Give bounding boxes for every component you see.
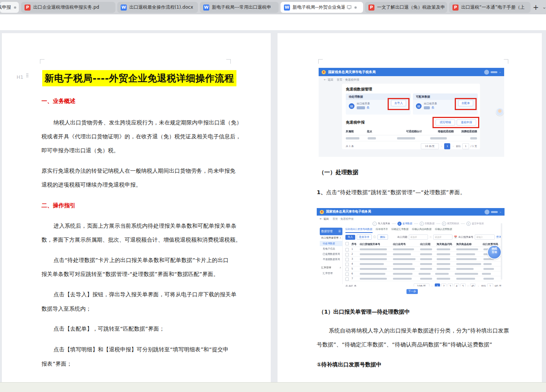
- column-header: 增值税退税额: [422, 130, 454, 133]
- next-page-icon: ›: [478, 285, 479, 286]
- document-tab[interactable]: P 一文了解出口退（免）税政策及申: [365, 2, 447, 13]
- sidebar-group: 出口报关单管理∧: [320, 235, 342, 241]
- tab-list-chevron-icon[interactable]: ⌄: [542, 4, 546, 10]
- body-line: 点击【填写明细】和【退税申报】可分别跳转至“填写明细表”和“提交申: [54, 346, 229, 353]
- back-arrow-icon: ←: [324, 78, 327, 81]
- national-emblem-icon: [322, 70, 326, 74]
- step-pending: 4填写明细表: [442, 222, 460, 226]
- document-canvas: H1 新电子税局----外贸企业免退税详细操作流程 一、业务概述 纳税人出口货物…: [0, 30, 546, 382]
- next-step-button: 下一步: [406, 289, 418, 294]
- category-tab: 待确认运费数据: [435, 228, 452, 233]
- pdf-file-icon: P: [25, 5, 31, 11]
- annotation-red-box: 填写明细 退税申报: [433, 117, 479, 128]
- document-tab[interactable]: W 出口退税最全操作流程(1).docx: [117, 2, 198, 13]
- total-count: 共 1 条: [346, 145, 354, 148]
- scrollbar: [501, 223, 502, 280]
- page-size-select: 10 条/页: [421, 143, 439, 149]
- declaration-no-input: 请输入: [475, 234, 495, 240]
- tab-title: 新电子税局---常用出口退税申: [212, 4, 271, 11]
- step-number: 1、: [317, 189, 326, 195]
- page-number: 2: [441, 283, 446, 286]
- document-tab-active[interactable]: W 新电子税局--外贸企业免退: [281, 2, 363, 13]
- document-tab[interactable]: 线申报: [0, 2, 19, 13]
- step-done: ✓导入报关单: [373, 222, 390, 226]
- heading-level-badge: H1: [17, 74, 23, 80]
- goto-page-input: 1: [487, 283, 493, 286]
- card-item-label: 出口报关单: [424, 102, 437, 106]
- page-number: 45: [470, 283, 475, 286]
- prev-page-icon: ‹: [432, 285, 433, 286]
- portal-title: 国家税务总局天津市电子税务局: [328, 70, 376, 75]
- drag-handle-icon[interactable]: [26, 74, 29, 78]
- table-header-row: 序号 出口货物报关单号 出口合同号 出口日期 海关商品代码 海关商品名称 出口发…: [345, 242, 502, 247]
- delete-button: 删除: [377, 234, 388, 240]
- body-line: 原实行免退税办法的转登记纳税人在一般纳税人期间出口货物劳务，尚未申报免: [41, 167, 236, 175]
- goto-suffix: / 1 页: [471, 145, 477, 148]
- margin-mark: [226, 59, 231, 64]
- margin-mark: [318, 59, 323, 64]
- step-indicator: ✓导入报关单 2处理数据 3匹配数据 4填写明细表 5提交申报表: [373, 222, 484, 226]
- subsection-heading: （一）处理数据: [319, 169, 358, 176]
- batch-fill-button: 批量补录: [357, 234, 372, 240]
- declaration-doc-icon: ▤: [349, 103, 354, 109]
- body-line: 纳税人出口货物劳务、发生跨境应税行为，未在规定期限内申报出口退（免）: [54, 119, 242, 126]
- word-file-icon: W: [121, 5, 127, 11]
- portal-panel: 免退税数据管理 待处理数据 ▤ 出口报关单 条 去导入 可配单数据 ▤ 出口报关…: [342, 84, 480, 149]
- column-header: 消费税退税额: [454, 130, 477, 133]
- portal-sidebar: 数据管理☰ 出口报关单管理∧ 待处理数据 无电子信息 已使用数据查询 不退税数据…: [320, 228, 343, 284]
- annotation-red-box: 去配单: [455, 98, 477, 110]
- body-line: 点击“待处理数据”卡片上的出口报关单条数和可配单数据”卡片上的出口: [54, 257, 229, 264]
- margin-mark: [40, 59, 44, 64]
- national-emblem-icon: [320, 210, 324, 214]
- document-tab[interactable]: P 出口企业退税增值税申报实务.pd: [21, 2, 115, 13]
- redacted-text: [470, 137, 477, 139]
- import-button: 导入: [345, 235, 355, 240]
- declaration-doc-icon: ▤: [416, 103, 422, 109]
- select-all-checkbox: [345, 242, 351, 246]
- step-check-icon: ✓: [373, 222, 377, 226]
- subsection-heading: ①待补填出口发票号数据中: [317, 361, 382, 368]
- column-header: 可退税额合计: [389, 130, 422, 133]
- tab-title: 出口退税“一本通”电子手册（上: [461, 4, 525, 11]
- avatar: [484, 70, 489, 75]
- step-number-icon: 5: [466, 222, 471, 226]
- filter-label: 出口报关单号: [459, 236, 473, 239]
- avatar: [485, 210, 489, 214]
- step-connector: [414, 224, 418, 224]
- annotation-red-box: 去导入: [388, 98, 410, 110]
- body-line: 点击【去配单】，可跳转至“匹配数据”界面；: [54, 325, 165, 332]
- mascot-label: 纳税互动: [491, 247, 497, 254]
- new-tab-button[interactable]: +: [533, 3, 539, 11]
- sidebar-item: 已使用数据查询: [320, 251, 342, 257]
- fill-detail-button: 填写明细: [436, 119, 455, 126]
- date-from-input: 请选择: [409, 234, 428, 240]
- step-connector: [436, 224, 440, 224]
- sidebar-item: 汇率管理: [320, 271, 342, 276]
- body-line: 数，界面下方展示所属期、批次、可退税额合计、增值税退税额和消费税退税额。: [41, 236, 241, 243]
- status-bar: 写检查: 关闭 ⌄ 校对: [0, 382, 546, 392]
- panel-section-title: 免退税数据管理: [346, 87, 372, 92]
- menu-icon: ☰: [338, 228, 341, 235]
- range-separator: ~: [429, 236, 432, 239]
- card-item-label: 出口报关单: [357, 102, 370, 106]
- portal-toolbar: 导入 批量补录 ⓘ 删除 出口日期 请选择 ~ 请选择 📅 出口报关单号 请输入…: [345, 234, 502, 240]
- column-header: 出口日期: [420, 242, 437, 246]
- collapse-icon: ∧: [339, 235, 342, 241]
- tab-title: 出口企业退税增值税申报实务.pd: [33, 4, 99, 11]
- body-line: 报表”界面；: [41, 360, 72, 368]
- subsection-heading: （1）出口报关单管理—待处理数据中: [319, 308, 410, 315]
- panel-section-title: 免退税申报: [346, 120, 365, 125]
- category-tab: 待确定汇率数据: [391, 228, 409, 233]
- document-tab[interactable]: P 出口退税“一本通”电子手册（上: [449, 2, 531, 13]
- body-line: 系统自动将纳税人导入的出口报关单数据进行分类，分为“待补填出口发票: [329, 327, 509, 334]
- table-row-redacted: 3: [345, 257, 502, 262]
- filter-label: 出口日期: [397, 236, 407, 239]
- document-tab[interactable]: W 新电子税局---常用出口退税申: [200, 2, 279, 13]
- table-row-redacted: 5: [345, 266, 502, 271]
- column-header: 海关商品名称: [456, 242, 483, 246]
- body-line: 进入系统后，页面上方展示当前系统内待处理报关单条数和可配单报关单条: [54, 222, 236, 230]
- collapse-icon: ∧: [339, 265, 342, 271]
- column-header: 出口合同号: [393, 242, 420, 246]
- pagination-row: 共 1 条 10 条/页 ‹ 1 › 前往 1 / 1 页: [346, 143, 477, 149]
- step-pending: 3匹配数据: [420, 222, 435, 226]
